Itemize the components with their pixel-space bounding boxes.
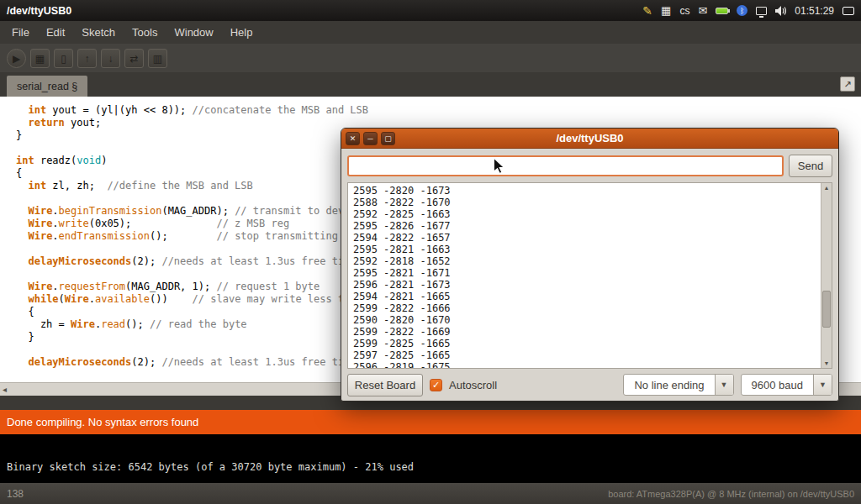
clock[interactable]: 01:51:29	[795, 5, 834, 17]
serial-output-line: 2599 -2822 -1669	[353, 326, 816, 338]
serial-output-line: 2594 -2821 -1665	[353, 291, 816, 302]
open-button[interactable]: ↑	[77, 49, 97, 68]
keyboard-layout-indicator[interactable]: cs	[679, 5, 689, 17]
maximize-button[interactable]: ▢	[381, 132, 395, 145]
serial-v-scrollbar[interactable]: ▲ ▼	[821, 183, 832, 368]
minimize-icon: ─	[367, 134, 372, 143]
serial-monitor-button[interactable]: ▥	[148, 49, 167, 68]
new-sketch-icon: ▯	[61, 53, 66, 65]
serial-monitor-icon: ▥	[153, 53, 162, 65]
serial-input[interactable]	[347, 155, 784, 176]
serial-output-line: 2595 -2821 -1671	[353, 267, 816, 279]
maximize-icon: ▢	[384, 134, 392, 143]
line-ending-value: No line ending	[624, 375, 714, 395]
tab-serial-read[interactable]: serial_read §	[7, 76, 87, 97]
serial-output-line: 2595 -2820 -1673	[353, 185, 816, 197]
serial-output-line: 2592 -2818 -1652	[353, 255, 816, 267]
system-tray: ✎ ▦ cs ✉ ᛒ 01:51:29	[642, 4, 854, 18]
send-button[interactable]: Send	[789, 155, 832, 177]
verify-button[interactable]: ▶	[7, 49, 26, 68]
serial-monitor-titlebar[interactable]: /dev/ttyUSB0 ✕ ─ ▢	[341, 129, 838, 149]
footer-status-bar: 138 board: ATmega328P(A) @ 8 MHz (intern…	[0, 483, 861, 504]
scrollbar-thumb[interactable]	[822, 291, 831, 328]
scroll-down-arrow-icon[interactable]: ▼	[821, 359, 832, 368]
serial-output-line: 2595 -2826 -1677	[353, 220, 816, 232]
menu-sketch[interactable]: Sketch	[73, 24, 124, 41]
serial-output-line: 2590 -2820 -1670	[353, 314, 816, 326]
autoscroll-label: Autoscroll	[449, 379, 497, 391]
menu-help[interactable]: Help	[222, 24, 261, 41]
tab-menu-arrow-icon: ↗	[843, 79, 851, 90]
menu-bar: FileEditSketchToolsWindowHelp	[0, 21, 861, 44]
close-icon: ✕	[350, 134, 357, 143]
tab-bar: serial_read § ↗	[0, 72, 861, 97]
stop-button[interactable]: ▦	[30, 49, 50, 68]
serial-output-line: 2594 -2822 -1657	[353, 232, 816, 244]
battery-icon[interactable]	[716, 8, 728, 14]
new-sketch-button[interactable]: ▯	[54, 49, 73, 68]
scroll-up-arrow-icon[interactable]: ▲	[821, 183, 832, 192]
session-icon[interactable]	[843, 7, 854, 15]
menu-edit[interactable]: Edit	[38, 24, 73, 41]
compile-status-bar: Done compiling. No syntax errors found	[0, 410, 861, 434]
tab-menu-button[interactable]: ↗	[840, 76, 855, 92]
baud-rate-dropdown[interactable]: 9600 baud ▼	[741, 374, 832, 396]
minimize-button[interactable]: ─	[363, 132, 378, 145]
serial-input-row: Send	[341, 149, 838, 181]
serial-output-line: 2597 -2825 -1665	[353, 349, 816, 361]
menu-window[interactable]: Window	[166, 24, 221, 41]
h-scroll-left-arrow-icon[interactable]: ◂	[3, 385, 7, 394]
reset-board-button[interactable]: Reset Board	[347, 374, 423, 396]
serial-output-line: 2596 -2821 -1673	[353, 279, 816, 291]
upload-button[interactable]: ⇄	[124, 49, 144, 68]
serial-output-line: 2596 -2819 -1675	[353, 361, 816, 368]
upload-icon: ⇄	[129, 53, 138, 65]
menu-file[interactable]: File	[3, 24, 38, 41]
serial-monitor-title: /dev/ttyUSB0	[341, 132, 838, 144]
console-output: Binary sketch size: 6542 bytes (of a 307…	[0, 434, 861, 483]
volume-icon[interactable]	[775, 6, 786, 16]
menu-tools[interactable]: Tools	[124, 24, 166, 41]
mail-icon[interactable]: ✉	[698, 4, 707, 17]
serial-output-line: 2595 -2821 -1663	[353, 244, 816, 255]
serial-output[interactable]: 2595 -2820 -16732588 -2822 -16702592 -28…	[348, 183, 821, 368]
autoscroll-checkbox[interactable]: ✓	[430, 379, 442, 391]
verify-icon: ▶	[13, 53, 20, 65]
baud-rate-value: 9600 baud	[742, 375, 813, 395]
keyboard-indicator-icon[interactable]: ▦	[661, 4, 671, 17]
open-icon: ↑	[85, 53, 90, 65]
serial-output-line: 2599 -2825 -1665	[353, 338, 816, 349]
code-line: int yout = (yl|(yh << 8)); //concatenate…	[16, 104, 861, 117]
tab-label: serial_read §	[17, 81, 77, 92]
window-title: /dev/ttyUSB0	[7, 5, 71, 17]
board-info: board: ATmega328P(A) @ 8 MHz (internal) …	[608, 489, 854, 499]
serial-output-line: 2588 -2822 -1670	[353, 197, 816, 208]
serial-monitor-controls: Reset Board ✓ Autoscroll No line ending …	[341, 369, 838, 401]
compile-status-message: Done compiling. No syntax errors found	[7, 416, 198, 428]
serial-output-line: 2599 -2822 -1666	[353, 302, 816, 314]
save-button[interactable]: ↓	[101, 49, 120, 68]
serial-output-line: 2592 -2825 -1663	[353, 208, 816, 220]
save-icon: ↓	[108, 53, 114, 65]
chevron-down-icon[interactable]: ▼	[715, 375, 733, 395]
current-line-number: 138	[7, 488, 24, 500]
chevron-down-icon[interactable]: ▼	[813, 375, 832, 395]
console-text: Binary sketch size: 6542 bytes (of a 307…	[7, 461, 414, 473]
note-icon[interactable]: ✎	[642, 4, 652, 18]
check-icon: ✓	[432, 380, 440, 391]
system-bar: /dev/ttyUSB0 ✎ ▦ cs ✉ ᛒ 01:51:29	[0, 0, 861, 21]
serial-output-area: 2595 -2820 -16732588 -2822 -16702592 -28…	[347, 182, 832, 369]
network-icon[interactable]	[756, 7, 767, 15]
close-button[interactable]: ✕	[346, 132, 360, 145]
toolbar: ▶▦▯↑↓⇄▥	[0, 44, 861, 72]
stop-icon: ▦	[35, 53, 45, 65]
serial-monitor-window: /dev/ttyUSB0 ✕ ─ ▢ Send 2595 -2820 -1673…	[341, 128, 839, 402]
line-ending-dropdown[interactable]: No line ending ▼	[623, 374, 733, 396]
bluetooth-icon[interactable]: ᛒ	[737, 5, 747, 16]
